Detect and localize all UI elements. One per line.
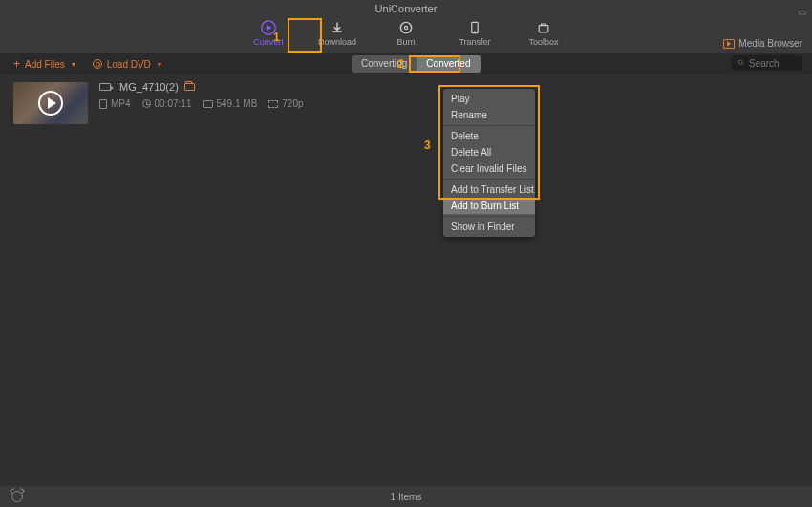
duration-icon (142, 99, 151, 108)
separator (443, 216, 535, 217)
chevron-down-icon: ▾ (158, 60, 161, 69)
svg-point-1 (400, 22, 411, 32)
context-menu: Play Rename Delete Delete All Clear Inva… (443, 89, 535, 237)
ctx-delete[interactable]: Delete (443, 128, 535, 144)
add-files-label: Add Files (25, 59, 65, 70)
ctx-add-burn[interactable]: Add to Burn List (443, 198, 535, 214)
transfer-icon (466, 19, 483, 36)
video-thumbnail[interactable] (13, 82, 88, 124)
download-icon (329, 19, 346, 36)
file-list: IMG_4710(2) MP4 00:07:11 549.1 MB 720p (0, 74, 812, 134)
file-metadata: IMG_4710(2) MP4 00:07:11 549.1 MB 720p (99, 80, 304, 109)
file-size: 549.1 MB (217, 98, 258, 109)
status-segmented-control: Converting Converted (352, 55, 481, 73)
app-title: UniConverter (375, 3, 438, 14)
download-label: Download (318, 37, 356, 47)
ctx-play[interactable]: Play (443, 91, 535, 107)
annotation-number-3: 3 (424, 138, 431, 152)
status-bar: 1 Items (0, 486, 812, 507)
svg-point-2 (404, 26, 407, 29)
resolution-icon (268, 100, 278, 108)
search-input[interactable] (749, 58, 797, 69)
play-icon (38, 91, 63, 116)
convert-tab[interactable]: Convert (247, 19, 289, 53)
main-toolbar: Convert Download Burn Transfer Toolbox (0, 17, 812, 53)
transfer-tab[interactable]: Transfer (454, 19, 496, 53)
size-icon (203, 100, 213, 108)
annotation-number-2: 2 (397, 57, 404, 71)
separator (443, 125, 535, 126)
media-browser-label: Media Browser (738, 38, 802, 49)
search-icon (737, 58, 745, 68)
alarm-icon[interactable] (11, 491, 23, 502)
download-tab[interactable]: Download (316, 19, 358, 53)
separator (443, 179, 535, 180)
tab-converting[interactable]: Converting (352, 55, 417, 73)
folder-icon[interactable] (184, 83, 195, 91)
ctx-clear-invalid[interactable]: Clear Invalid Files (443, 160, 535, 177)
ctx-show-finder[interactable]: Show in Finder (443, 219, 535, 235)
transfer-label: Transfer (459, 37, 490, 47)
plus-icon: + (13, 57, 20, 71)
video-icon (99, 83, 111, 91)
media-browser-button[interactable]: Media Browser (723, 38, 802, 49)
burn-label: Burn (396, 37, 415, 47)
load-dvd-label: Load DVD (107, 59, 151, 70)
load-dvd-button[interactable]: Load DVD ▾ (93, 59, 161, 70)
toolbox-tab[interactable]: Toolbox (523, 19, 565, 53)
burn-icon (397, 19, 415, 36)
play-box-icon (723, 39, 735, 49)
svg-point-4 (474, 31, 475, 32)
add-files-button[interactable]: + Add Files ▾ (13, 57, 75, 71)
title-bar: UniConverter ▭ (0, 0, 812, 17)
action-bar: + Add Files ▾ Load DVD ▾ Converting Conv… (0, 53, 812, 74)
ctx-rename[interactable]: Rename (443, 107, 535, 123)
ctx-delete-all[interactable]: Delete All (443, 144, 535, 160)
file-item[interactable]: IMG_4710(2) MP4 00:07:11 549.1 MB 720p (0, 80, 812, 134)
file-resolution: 720p (282, 98, 303, 109)
item-count: 1 Items (391, 492, 422, 502)
file-name: IMG_4710(2) (117, 81, 179, 93)
svg-point-6 (738, 60, 742, 64)
svg-rect-5 (539, 26, 548, 32)
chevron-down-icon: ▾ (72, 60, 75, 69)
annotation-number-1: 1 (273, 31, 280, 44)
toolbox-icon (535, 19, 552, 36)
file-duration: 00:07:11 (155, 98, 192, 109)
search-field[interactable] (732, 55, 802, 71)
burn-tab[interactable]: Burn (385, 19, 427, 53)
format-icon (99, 99, 107, 109)
file-format: MP4 (111, 98, 131, 109)
tab-converted[interactable]: Converted (417, 55, 480, 73)
ctx-add-transfer[interactable]: Add to Transfer List (443, 181, 535, 198)
toolbox-label: Toolbox (528, 37, 558, 47)
disc-icon (93, 59, 102, 69)
